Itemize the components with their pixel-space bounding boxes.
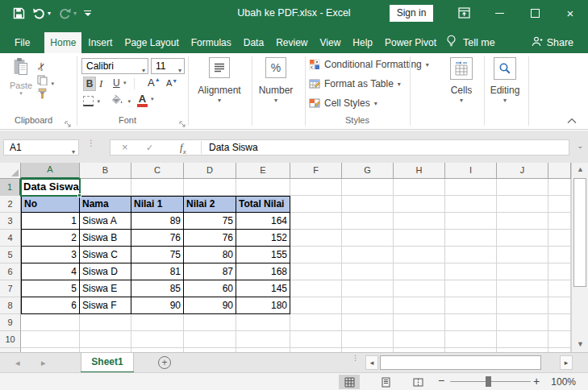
column-header-C[interactable]: C [131,163,184,179]
cell-I7[interactable] [445,280,497,297]
new-sheet-button[interactable]: + [158,356,171,369]
horizontal-scroll-thumb[interactable] [380,355,541,370]
cell-F6[interactable] [290,263,342,280]
cell-I4[interactable] [445,230,497,247]
cell-B7[interactable]: Siswa E [80,280,131,297]
cells-icon[interactable] [450,57,473,80]
cell-K4[interactable] [548,230,571,247]
cell-G4[interactable] [342,230,394,247]
cell-styles-button[interactable]: Cell Styles▾ [309,97,377,110]
alignment-icon[interactable] [209,57,230,78]
column-header-A[interactable]: A [21,163,80,179]
sign-in-button[interactable]: Sign in [390,5,433,22]
font-dialog-launcher-icon[interactable] [179,117,187,125]
scroll-down-icon[interactable]: ▼ [572,338,588,351]
tab-review[interactable]: Review [270,32,313,53]
cell-H5[interactable] [394,247,445,263]
zoom-percentage[interactable]: 100% [550,376,576,388]
cell-C7[interactable]: 85 [131,280,184,297]
number-group-button[interactable]: Number [252,85,300,96]
cell-G7[interactable] [342,280,394,297]
copy-icon[interactable]: ▾ [37,74,54,89]
sheet-tab-sheet1[interactable]: Sheet1 [81,353,134,371]
format-as-table-button[interactable]: Format as Table▾ [309,77,401,90]
tab-page-layout[interactable]: Page Layout [119,32,184,53]
cell-F10[interactable] [290,331,342,348]
zoom-in-icon[interactable]: + [533,375,540,388]
scroll-right-icon[interactable]: ▸ [560,355,573,370]
column-header-E[interactable]: E [236,163,290,179]
cell-D5[interactable]: 80 [184,247,236,263]
editing-group-button[interactable]: Editing [482,85,528,96]
cell-K8[interactable] [548,297,571,314]
scroll-up-icon[interactable]: ▲ [572,163,588,176]
cell-J3[interactable] [497,213,548,230]
cell-J4[interactable] [497,230,548,247]
cell-D6[interactable]: 87 [184,263,236,280]
clipboard-dialog-launcher-icon[interactable] [65,117,73,125]
tab-insert[interactable]: Insert [82,32,118,53]
cell-J2[interactable] [497,196,548,213]
row-header-1[interactable]: 1 [0,179,21,196]
column-header-B[interactable]: B [80,163,131,179]
cell-H2[interactable] [394,196,445,213]
column-header-F[interactable]: F [290,163,342,179]
row-header-7[interactable]: 7 [0,280,21,297]
cell-F5[interactable] [290,247,342,263]
cell-B9[interactable] [80,314,131,331]
cell-H8[interactable] [394,297,445,314]
cell-A8[interactable]: 6 [21,297,80,314]
cell-E10[interactable] [236,331,290,348]
tab-file[interactable]: File [5,32,40,53]
cell-A4[interactable]: 2 [21,230,80,247]
number-format-icon[interactable]: % [265,57,286,78]
cell-B5[interactable]: Siswa C [80,247,131,263]
cell-A5[interactable]: 3 [21,247,80,263]
cut-icon[interactable]: ✂ [37,59,46,73]
select-all-corner[interactable] [0,163,21,179]
cell-C6[interactable]: 81 [131,263,184,280]
cell-J10[interactable] [497,331,548,348]
page-layout-view-icon[interactable] [375,375,396,389]
underline-dropdown[interactable]: ▾ [123,80,127,86]
cell-J1[interactable] [497,179,548,196]
cell-G8[interactable] [342,297,394,314]
cancel-icon[interactable]: × [122,140,128,155]
cell-K10[interactable] [548,331,571,348]
decrease-font-size-button[interactable]: A▼ [166,78,177,88]
italic-button[interactable]: I [99,77,102,90]
row-header-4[interactable]: 4 [0,230,21,247]
cell-E9[interactable] [236,314,290,331]
cell-E5[interactable]: 155 [236,247,290,263]
cell-C10[interactable] [131,331,184,348]
cell-H10[interactable] [394,331,445,348]
tell-me-label[interactable]: Tell me [463,37,495,48]
borders-button[interactable]: ▾ [83,95,100,110]
conditional-formatting-button[interactable]: Conditional Formatting▾ [309,58,429,71]
cell-B6[interactable]: Siswa D [80,263,131,280]
cell-C2[interactable]: Nilai 1 [131,196,184,213]
cell-I9[interactable] [445,314,497,331]
cell-I10[interactable] [445,331,497,348]
row-header-10[interactable]: 10 [0,331,21,348]
cells-group-button[interactable]: Cells [440,85,482,96]
cell-E1[interactable] [236,179,290,196]
cell-K2[interactable] [548,196,571,213]
vertical-scrollbar[interactable]: ▲ ▼ [571,163,588,352]
cell-F4[interactable] [290,230,342,247]
formula-input-area[interactable]: × ✓ fx Data Siswa [110,139,569,156]
column-header-I[interactable]: I [445,163,497,179]
tab-formulas[interactable]: Formulas [186,32,237,53]
column-header-D[interactable]: D [184,163,236,179]
expand-formula-bar-icon[interactable]: ⌄ [577,142,583,150]
close-button[interactable]: × [553,0,588,26]
cell-D8[interactable]: 90 [184,297,236,314]
cell-B4[interactable]: Siswa B [80,230,131,247]
cell-J8[interactable] [497,297,548,314]
cell-J9[interactable] [497,314,548,331]
cell-D9[interactable] [184,314,236,331]
cell-C1[interactable] [131,179,184,196]
cell-I1[interactable] [445,179,497,196]
cell-G5[interactable] [342,247,394,263]
cell-H3[interactable] [394,213,445,230]
